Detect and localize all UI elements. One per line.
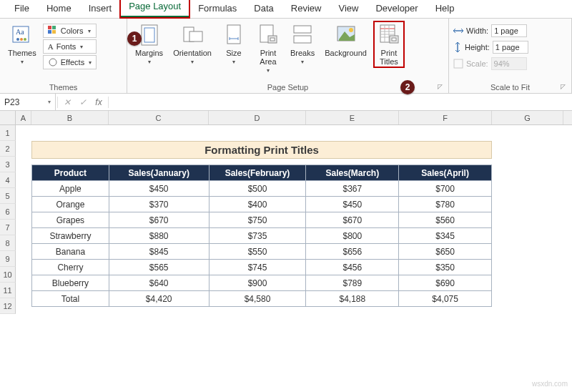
table-cell[interactable]: $550 [209, 244, 306, 260]
select-all-triangle[interactable] [0, 111, 16, 124]
table-cell[interactable]: $900 [209, 275, 306, 291]
page-setup-launcher[interactable]: ◸ [435, 83, 444, 92]
row-header-5[interactable]: 5 [0, 188, 16, 204]
breaks-button[interactable]: Breaks ▾ [287, 21, 318, 67]
table-cell[interactable]: $456 [306, 260, 399, 275]
tab-data[interactable]: Data [245, 0, 282, 18]
table-cell[interactable]: $650 [399, 244, 492, 260]
column-header-F[interactable]: F [399, 111, 492, 124]
table-cell[interactable]: Blueberry [32, 275, 109, 291]
table-cell[interactable]: $350 [399, 260, 492, 275]
table-cell[interactable]: $560 [399, 212, 492, 228]
column-header-G[interactable]: G [492, 111, 563, 124]
table-cell[interactable]: Orange [32, 197, 109, 212]
table-row: Grapes$670$750$670$560 [32, 212, 492, 228]
table-cell[interactable]: $690 [399, 275, 492, 291]
scale-launcher[interactable]: ◸ [558, 83, 567, 92]
print-area-button[interactable]: Print Area ▾ [252, 21, 284, 76]
column-header-A[interactable]: A [16, 111, 31, 124]
table-cell[interactable]: $800 [306, 228, 399, 244]
table-cell[interactable]: Grapes [32, 212, 109, 228]
scale-height-row: Height: 1 page [453, 40, 528, 54]
row-header-7[interactable]: 7 [0, 220, 16, 235]
table-cell[interactable]: $670 [306, 212, 399, 228]
tab-formulas[interactable]: Formulas [189, 0, 245, 18]
row-header-4[interactable]: 4 [0, 172, 16, 188]
width-value[interactable]: 1 page [491, 24, 527, 37]
table-cell[interactable]: $745 [209, 260, 306, 275]
table-cell[interactable]: Banana [32, 244, 109, 260]
table-cell[interactable]: $345 [399, 228, 492, 244]
column-header-D[interactable]: D [209, 111, 306, 124]
table-cell[interactable]: $880 [109, 228, 209, 244]
height-label: Height: [465, 43, 490, 52]
row-header-9[interactable]: 9 [0, 251, 16, 267]
table-cell[interactable]: $780 [399, 197, 492, 212]
table-cell[interactable]: $789 [306, 275, 399, 291]
table-cell[interactable]: $4,420 [109, 291, 209, 307]
effects-button[interactable]: Effects ▾ [43, 55, 97, 69]
table-cell[interactable]: Cherry [32, 260, 109, 275]
table-header: Product [32, 165, 109, 181]
table-cell[interactable]: $500 [209, 181, 306, 197]
table-cell[interactable]: $367 [306, 181, 399, 197]
tab-view[interactable]: View [330, 0, 367, 18]
table-cell[interactable]: $700 [399, 181, 492, 197]
table-cell[interactable]: $845 [109, 244, 209, 260]
size-button[interactable]: Size ▾ [218, 21, 250, 67]
table-header: Sales(March) [306, 165, 399, 181]
tab-help[interactable]: Help [427, 0, 463, 18]
table-cell[interactable]: $670 [109, 212, 209, 228]
table-cell[interactable]: $4,075 [399, 291, 492, 307]
svg-point-3 [20, 38, 23, 41]
ribbon-group-page-setup: Margins ▾ Orientation ▾ Size ▾ Print Are… [127, 19, 449, 93]
row-header-12[interactable]: 12 [0, 298, 16, 314]
fonts-button[interactable]: A Fonts ▾ [43, 39, 97, 54]
tab-insert[interactable]: Insert [80, 0, 121, 18]
themes-button[interactable]: Aa Themes ▾ [4, 21, 40, 67]
table-cell[interactable]: $370 [109, 197, 209, 212]
table-cell[interactable]: Apple [32, 181, 109, 197]
print-titles-button[interactable]: Print Titles [373, 21, 405, 68]
row-header-3[interactable]: 3 [0, 157, 16, 172]
table-cell[interactable]: $735 [209, 228, 306, 244]
table-cell[interactable]: $656 [306, 244, 399, 260]
tab-file[interactable]: File [6, 0, 38, 18]
table-cell[interactable]: $450 [109, 181, 209, 197]
palette-icon [48, 26, 58, 36]
background-button[interactable]: Background [321, 21, 370, 59]
table-cell[interactable]: $4,188 [306, 291, 399, 307]
table-cell[interactable]: Total [32, 291, 109, 307]
row-header-8[interactable]: 8 [0, 235, 16, 251]
name-box[interactable]: P23 ▾ [0, 94, 56, 110]
column-header-C[interactable]: C [109, 111, 209, 124]
column-header-E[interactable]: E [306, 111, 399, 124]
row-header-6[interactable]: 6 [0, 204, 16, 220]
fx-button[interactable]: fx [91, 97, 107, 107]
table-cell[interactable]: $750 [209, 212, 306, 228]
tab-developer[interactable]: Developer [367, 0, 426, 18]
table-cell[interactable]: $450 [306, 197, 399, 212]
table-cell[interactable]: $640 [109, 275, 209, 291]
table-cell[interactable]: $565 [109, 260, 209, 275]
tab-page-layout[interactable]: Page Layout [120, 0, 189, 18]
tab-review[interactable]: Review [282, 0, 330, 18]
table-row: Orange$370$400$450$780 [32, 197, 492, 212]
column-header-B[interactable]: B [31, 111, 109, 124]
tab-home[interactable]: Home [38, 0, 80, 18]
size-icon [223, 23, 245, 47]
worksheet-grid[interactable]: 123456789101112 Formatting Print Titles … [0, 125, 572, 340]
row-header-10[interactable]: 10 [0, 267, 16, 283]
formula-bar-row: P23 ▾ ✕ ✓ fx [0, 94, 572, 111]
table-cell[interactable]: $400 [209, 197, 306, 212]
orientation-button[interactable]: Orientation ▾ [169, 21, 215, 67]
svg-point-9 [49, 59, 56, 66]
row-header-1[interactable]: 1 [0, 125, 16, 141]
table-cell[interactable]: Strawberry [32, 228, 109, 244]
height-value[interactable]: 1 page [493, 41, 528, 54]
table-cell[interactable]: $4,580 [209, 291, 306, 307]
colors-button[interactable]: Colors ▾ [43, 24, 97, 38]
row-header-11[interactable]: 11 [0, 283, 16, 298]
row-header-2[interactable]: 2 [0, 141, 16, 157]
colors-label: Colors [61, 26, 84, 35]
